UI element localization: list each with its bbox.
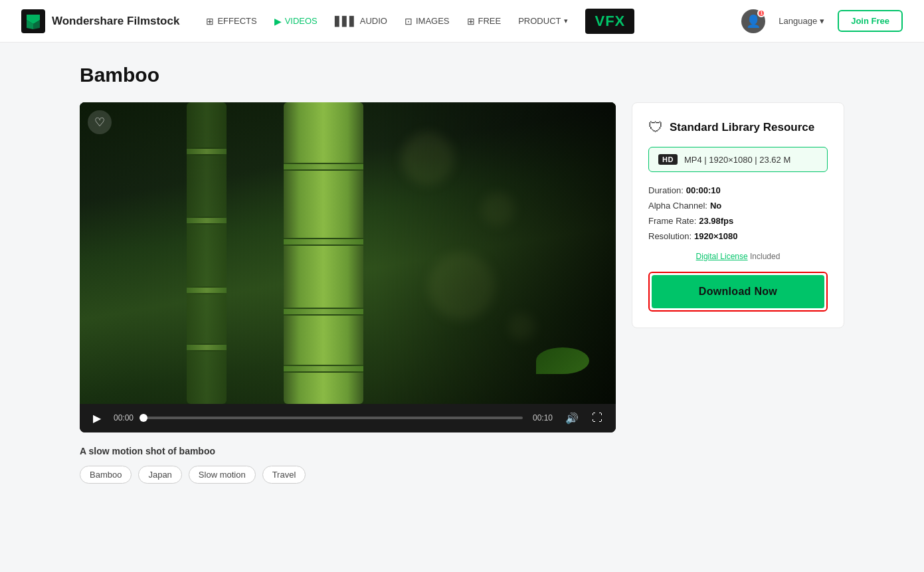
- vfx-badge[interactable]: VFX: [585, 9, 634, 34]
- fps-row: Frame Rate: 23.98fps: [648, 216, 828, 226]
- nav-videos[interactable]: ▶ VIDEOS: [266, 12, 325, 31]
- video-overlay: [80, 102, 616, 404]
- tag-slow-motion[interactable]: Slow motion: [189, 466, 256, 484]
- tag-travel[interactable]: Travel: [262, 466, 306, 484]
- language-selector[interactable]: Language ▾: [773, 12, 830, 30]
- nav-menu: ⊞ EFFECTS ▶ VIDEOS ▋▋▋ AUDIO ⊡ IMAGES ⊞ …: [198, 9, 741, 34]
- nav-product[interactable]: PRODUCT ▾: [510, 12, 576, 30]
- chevron-down-icon: ▾: [564, 17, 568, 25]
- avatar-wrapper[interactable]: 👤 1: [741, 9, 765, 33]
- resource-title: Standard Library Resource: [670, 121, 814, 134]
- current-time: 00:00: [112, 413, 136, 423]
- video-panel: ♡ ▶ 00:00 00:10 🔊 ⛶: [80, 102, 616, 432]
- digital-license-link[interactable]: Digital License: [696, 252, 748, 261]
- logo[interactable]: Wondershare Filmstock: [21, 9, 179, 33]
- download-button-wrapper: Download Now: [648, 272, 828, 312]
- chevron-down-icon: ▾: [820, 16, 824, 26]
- alpha-row: Alpha Channel: No: [648, 201, 828, 211]
- shield-icon: 🛡: [648, 119, 663, 136]
- join-free-button[interactable]: Join Free: [838, 10, 903, 32]
- mute-button[interactable]: 🔊: [563, 411, 581, 426]
- nav-effects[interactable]: ⊞ EFFECTS: [198, 12, 264, 31]
- audio-icon: ▋▋▋: [335, 16, 357, 27]
- total-time: 00:10: [531, 413, 555, 423]
- meta-list: Duration: 00:00:10 Alpha Channel: No Fra…: [648, 185, 828, 241]
- duration-label: Duration:: [648, 185, 684, 195]
- format-badge[interactable]: HD MP4 | 1920×1080 | 23.62 M: [648, 147, 828, 172]
- license-row: Digital License Included: [648, 252, 828, 261]
- progress-thumb: [139, 414, 147, 422]
- video-description: A slow motion shot of bamboo: [80, 446, 844, 456]
- video-thumbnail: [80, 102, 616, 404]
- notification-badge: 1: [757, 9, 765, 17]
- nav-images[interactable]: ⊡ IMAGES: [397, 12, 458, 31]
- nav-free[interactable]: ⊞ FREE: [459, 12, 509, 31]
- info-panel: 🛡 Standard Library Resource HD MP4 | 192…: [632, 102, 844, 328]
- progress-bar[interactable]: [143, 417, 523, 419]
- videos-icon: ▶: [274, 16, 282, 27]
- logo-text: Wondershare Filmstock: [52, 15, 179, 28]
- tag-bamboo[interactable]: Bamboo: [80, 466, 132, 484]
- format-text: MP4 | 1920×1080 | 23.62 M: [684, 155, 790, 165]
- video-controls: ▶ 00:00 00:10 🔊 ⛶: [80, 404, 616, 432]
- fullscreen-button[interactable]: ⛶: [589, 411, 605, 425]
- resolution-label: Resolution:: [648, 231, 692, 241]
- free-icon: ⊞: [467, 16, 475, 27]
- nav-audio[interactable]: ▋▋▋ AUDIO: [327, 12, 395, 31]
- navbar: Wondershare Filmstock ⊞ EFFECTS ▶ VIDEOS…: [0, 0, 924, 43]
- duration-value: 00:00:10: [686, 185, 721, 195]
- resolution-row: Resolution: 1920×1080: [648, 231, 828, 241]
- leaf-element: [536, 347, 589, 374]
- favorite-button[interactable]: ♡: [88, 110, 112, 134]
- resource-header: 🛡 Standard Library Resource: [648, 119, 828, 136]
- navbar-right: 👤 1 Language ▾ Join Free: [741, 9, 903, 33]
- effects-icon: ⊞: [206, 16, 214, 27]
- images-icon: ⊡: [405, 16, 413, 27]
- resolution-value: 1920×1080: [694, 231, 737, 241]
- fps-label: Frame Rate:: [648, 216, 696, 226]
- license-text: Included: [750, 252, 780, 261]
- hd-tag: HD: [658, 154, 678, 165]
- alpha-value: No: [710, 201, 721, 211]
- alpha-label: Alpha Channel:: [648, 201, 707, 211]
- duration-row: Duration: 00:00:10: [648, 185, 828, 195]
- logo-icon: [21, 9, 45, 33]
- page-title: Bamboo: [80, 64, 844, 86]
- main-grid: ♡ ▶ 00:00 00:10 🔊 ⛶ 🛡 Standard Library R…: [80, 102, 844, 432]
- tag-japan[interactable]: Japan: [138, 466, 181, 484]
- video-container: ♡: [80, 102, 616, 404]
- page-content: Bamboo: [0, 43, 924, 524]
- play-button[interactable]: ▶: [90, 411, 104, 426]
- fps-value: 23.98fps: [699, 216, 733, 226]
- download-button[interactable]: Download Now: [652, 275, 824, 308]
- tags-container: Bamboo Japan Slow motion Travel: [80, 466, 844, 484]
